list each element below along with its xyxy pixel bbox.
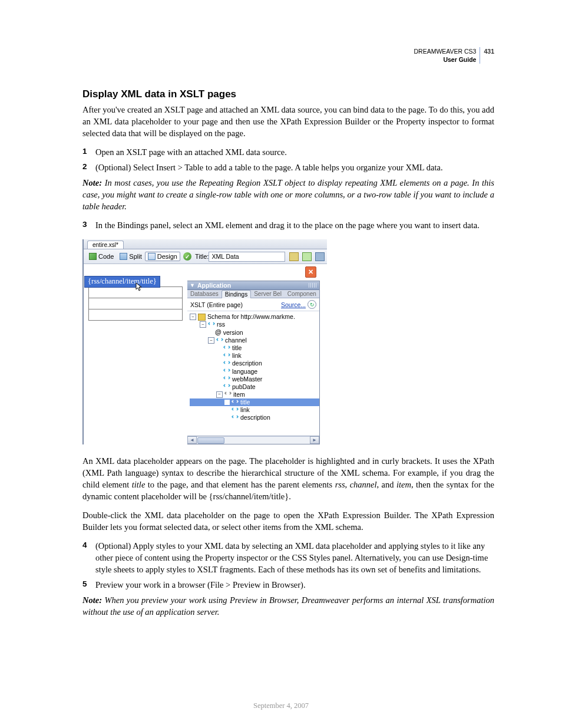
tree-node-item-description[interactable]: description [190,414,319,421]
explanation-paragraph-1: An XML data placeholder appears on the p… [82,455,494,502]
step-number: 2 [82,162,90,173]
title-input[interactable]: XML Data [209,252,285,262]
element-icon [223,353,230,359]
term-title: title [132,480,146,489]
step-body: (Optional) Select Insert > Table to add … [95,162,494,173]
element-icon [232,407,239,413]
scroll-left-button[interactable]: ◄ [187,436,197,444]
header-separator [480,47,480,64]
node-label: description [232,360,262,367]
element-icon [232,415,239,421]
note-label: Note: [82,595,102,605]
header-product: DREAMWEAVER CS3 [414,47,476,55]
term-item: item [396,480,411,489]
node-label: description [240,414,270,421]
attribute-icon: @ [215,328,222,337]
term-channel: channel [350,480,377,489]
node-label: link [240,406,250,414]
tree-node-item[interactable]: −item [190,391,319,398]
toolbar-icon[interactable] [302,252,312,261]
split-view-icon [120,253,127,260]
app-screenshot: entire.xsl* Code Split Design ✓ Title: X… [82,239,327,444]
text-run: to the page, and that element has the pa… [145,480,335,489]
collapse-icon: ▼ [190,282,195,288]
element-icon [232,400,239,406]
step-number: 1 [82,146,90,158]
step-number: 4 [82,540,90,575]
tree-root[interactable]: −Schema for http://www.markme. [190,313,319,321]
tree-node-webmaster[interactable]: webMaster [190,375,319,383]
tree-node-version[interactable]: @version [190,328,319,337]
validate-icon[interactable]: ✓ [183,252,191,261]
tree-node-language[interactable]: language [190,368,319,375]
xml-placeholder[interactable]: {rss/channel/item/title} [84,276,160,288]
title-value: XML Data [211,253,239,260]
tab-components[interactable]: Componen [285,290,319,298]
step-number: 3 [82,219,90,231]
design-view-label: Design [157,253,177,260]
source-link[interactable]: Source... [281,301,306,308]
element-icon [223,368,230,374]
note-1: Note: In most cases, you use the Repeati… [82,177,494,212]
explanation-paragraph-2: Double-click the XML data placeholder on… [82,509,494,533]
tree-node-title[interactable]: title [190,344,319,352]
code-view-button[interactable]: Code [86,252,117,261]
node-label: channel [225,337,247,344]
step-3: 3 In the Bindings panel, select an XML e… [82,219,494,231]
toolbar-icon[interactable] [315,252,325,261]
element-icon [208,322,215,328]
node-label: rss [217,321,225,328]
element-icon [223,345,230,351]
panel-title-text: Application [197,282,231,289]
panel-titlebar[interactable]: ▼ Application [187,281,319,290]
panel-scrollbar[interactable]: ◄ ► [187,436,319,444]
refresh-icon[interactable]: ↻ [308,300,316,309]
design-view-button[interactable]: Design [145,252,180,261]
node-label: title [240,398,250,406]
split-view-label: Split [129,253,141,260]
tree-node-link[interactable]: link [190,352,319,360]
design-canvas[interactable]: {rss/channel/item/title} [84,264,187,444]
node-label: language [232,368,257,375]
node-label: item [233,391,245,398]
tab-databases[interactable]: Databases [187,290,222,298]
document-tab[interactable]: entire.xsl* [87,241,124,249]
node-label: pubDate [232,383,256,391]
document-tab-bar: entire.xsl* [84,239,327,249]
tree-node-description[interactable]: description [190,360,319,367]
tree-node-rss[interactable]: −rss [190,321,319,328]
step-body: (Optional) Apply styles to your XML data… [95,540,494,575]
tab-server-behaviors[interactable]: Server Bel [251,290,285,298]
split-view-button[interactable]: Split [117,252,144,261]
note-2: Note: When you preview your work using P… [82,594,494,618]
step-5: 5 Preview your work in a browser (File >… [82,579,494,591]
code-view-icon [89,253,97,260]
element-icon [216,338,223,344]
node-label: link [232,352,242,360]
node-label: version [223,329,243,337]
code-view-label: Code [98,253,114,260]
tree-node-item-title[interactable]: title [190,398,319,406]
panel-grip-icon [309,283,317,288]
close-button[interactable]: ✕ [305,266,316,278]
step-4: 4 (Optional) Apply styles to your XML da… [82,540,494,575]
element-icon [223,384,230,390]
step-1: 1 Open an XSLT page with an attached XML… [82,146,494,158]
page-header: DREAMWEAVER CS3 User Guide 431 [414,47,494,64]
tree-node-channel[interactable]: −channel [190,337,319,344]
note-label: Note: [82,178,102,187]
scroll-track[interactable] [197,436,310,444]
toolbar-icon[interactable] [289,252,299,261]
cursor-icon [135,282,143,292]
element-icon [223,376,230,382]
header-guide: User Guide [414,55,476,64]
schema-tree: −Schema for http://www.markme. −rss @ver… [187,311,319,436]
scroll-right-button[interactable]: ► [310,436,319,444]
scroll-thumb[interactable] [197,437,224,444]
tab-bindings[interactable]: Bindings [222,290,251,298]
step-body: Preview your work in a browser (File > P… [95,579,494,591]
tree-node-item-link[interactable]: link [190,406,319,414]
tree-node-pubdate[interactable]: pubDate [190,383,319,391]
schema-icon [198,314,206,321]
note-text: When you preview your work using Preview… [82,595,494,617]
